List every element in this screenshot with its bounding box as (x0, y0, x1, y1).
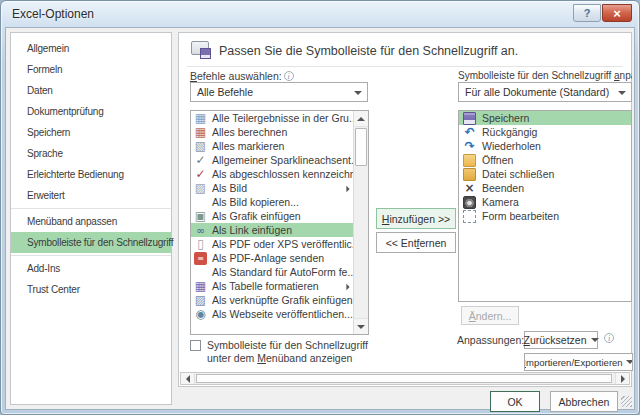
add-button[interactable]: Hinzufügen >> (376, 208, 456, 229)
close-icon: × (613, 7, 621, 20)
info-icon[interactable]: i (284, 71, 294, 81)
list-item[interactable]: Alle Teilergebnisse in der Gru... (191, 111, 353, 125)
select-all-icon (194, 140, 207, 153)
qat-scope-dropdown[interactable]: Für alle Dokumente (Standard) (458, 82, 632, 102)
modify-button[interactable]: Ändern... (461, 306, 519, 325)
show-qat-below-ribbon-checkbox[interactable] (190, 340, 201, 351)
import-export-dropdown-button[interactable]: Importieren/Exportieren (524, 353, 633, 371)
title-bar[interactable]: Excel-Optionen ? × (1, 1, 639, 27)
excel-options-dialog: Excel-Optionen ? × Allgemein Formeln Dat… (0, 0, 640, 415)
insert-as-link-icon (194, 224, 207, 237)
sidebar-item-menueband-anpassen[interactable]: Menüband anpassen (11, 211, 171, 232)
chevron-down-icon (591, 338, 599, 342)
list-item[interactable]: Als abgeschlossen kennzeichn... (191, 167, 353, 181)
linked-picture-icon (194, 294, 207, 307)
camera-icon (463, 196, 476, 209)
qat-item[interactable]: Beenden (459, 181, 631, 195)
qat-item[interactable]: Datei schließen (459, 167, 631, 181)
no-icon (194, 266, 207, 279)
qat-item[interactable]: Form bearbeiten (459, 209, 631, 223)
sidebar-item-sprache[interactable]: Sprache (11, 143, 171, 164)
options-sidebar: Allgemein Formeln Daten Dokumentprüfung … (10, 32, 172, 405)
qat-item[interactable]: Rückgängig (459, 125, 631, 139)
scroll-down-button[interactable] (354, 318, 368, 334)
scroll-left-button[interactable] (181, 373, 195, 384)
sidebar-item-erweitert[interactable]: Erweitert (11, 185, 171, 206)
scrollbar-thumb[interactable] (355, 128, 367, 166)
redo-icon (463, 140, 476, 153)
sidebar-item-speichern[interactable]: Speichern (11, 122, 171, 143)
ok-button[interactable]: OK (490, 391, 540, 412)
checkmark-icon (194, 154, 207, 167)
submenu-arrow-icon (346, 284, 349, 290)
list-item-selected[interactable]: Als Link einfügen (191, 223, 353, 237)
list-item[interactable]: Als Standard für AutoForm fe... (191, 265, 353, 279)
close-file-icon (463, 168, 476, 181)
checkbox-label-line2[interactable]: unter dem Menüband anzeigen (207, 352, 352, 364)
commands-category-dropdown[interactable]: Alle Befehle (190, 82, 368, 102)
list-item[interactable]: Als PDF oder XPS veröffentlic... (191, 237, 353, 251)
list-item[interactable]: Als Bild kopieren... (191, 195, 353, 209)
submenu-arrow-icon (346, 186, 349, 192)
window-title: Excel-Optionen (12, 7, 94, 21)
qat-scope-value: Für alle Dokumente (Standard) (465, 86, 609, 98)
page-horizontal-scrollbar[interactable] (180, 372, 630, 385)
list-item[interactable]: Als Tabelle formatieren (191, 279, 353, 293)
chevron-down-icon (626, 360, 633, 364)
qat-item[interactable]: Kamera (459, 195, 631, 209)
remove-button[interactable]: << Entfernen (376, 232, 456, 253)
scroll-up-button[interactable] (354, 111, 368, 127)
arrow-left-icon (186, 375, 190, 383)
edit-shape-icon (463, 210, 476, 223)
sidebar-item-dokumentpruefung[interactable]: Dokumentprüfung (11, 101, 171, 122)
no-icon (194, 196, 207, 209)
publish-pdf-xps-icon (194, 238, 207, 251)
undo-icon (463, 126, 476, 139)
save-icon (463, 112, 476, 125)
publish-webpage-icon (194, 308, 207, 321)
sidebar-item-allgemein[interactable]: Allgemein (11, 38, 171, 59)
help-icon: ? (584, 7, 591, 19)
list-item[interactable]: Als Grafik einfügen (191, 209, 353, 223)
list-item[interactable]: Allgemeiner Sparklineachsent... (191, 153, 353, 167)
scrollbar-thumb[interactable] (196, 374, 612, 383)
list-item[interactable]: Als PDF-Anlage senden (191, 251, 353, 265)
cancel-button[interactable]: Abbrechen (550, 391, 618, 412)
arrow-up-icon (357, 117, 365, 121)
close-button[interactable]: × (602, 4, 632, 22)
info-icon[interactable]: i (604, 333, 614, 343)
list-item[interactable]: Als Webseite veröffentlichen... (191, 307, 353, 321)
picture-icon (194, 182, 207, 195)
subtotals-icon (194, 112, 207, 125)
page-title: Passen Sie die Symbolleiste für den Schn… (219, 44, 518, 58)
qat-item[interactable]: Wiederholen (459, 139, 631, 153)
choose-commands-label: Befehle auswählen:i (190, 70, 294, 82)
commands-list-scrollbar[interactable] (353, 111, 368, 334)
sidebar-item-formeln[interactable]: Formeln (11, 59, 171, 80)
dialog-body: Allgemein Formeln Daten Dokumentprüfung … (5, 27, 635, 410)
open-folder-icon (463, 154, 476, 167)
list-item[interactable]: Alles berechnen (191, 125, 353, 139)
list-item[interactable]: Als verknüpfte Grafik einfügen (191, 293, 353, 307)
format-as-table-icon (194, 280, 207, 293)
mark-complete-icon (194, 168, 207, 181)
sidebar-item-add-ins[interactable]: Add-Ins (11, 258, 171, 279)
resize-grip[interactable] (621, 396, 632, 407)
calculate-all-icon (194, 126, 207, 139)
sidebar-item-erleichterte-bedienung[interactable]: Erleichterte Bedienung (11, 164, 171, 185)
sidebar-separator (11, 208, 171, 209)
reset-dropdown-button[interactable]: Zurücksetzen (524, 331, 598, 349)
qat-item[interactable]: Öffnen (459, 153, 631, 167)
sidebar-item-symbolleiste-schnellzugriff[interactable]: Symbolleiste für den Schnellzugriff (11, 232, 171, 253)
sidebar-item-trust-center[interactable]: Trust Center (11, 279, 171, 300)
list-item[interactable]: Als Bild (191, 181, 353, 195)
sidebar-item-daten[interactable]: Daten (11, 80, 171, 101)
list-item[interactable]: Alles markieren (191, 139, 353, 153)
scroll-right-button[interactable] (615, 373, 629, 384)
checkbox-label-line1[interactable]: Symbolleiste für den Schnellzugriff (207, 339, 368, 351)
qat-item-selected[interactable]: Speichern (459, 111, 631, 125)
qat-options-page: Passen Sie die Symbolleiste für den Schn… (178, 32, 632, 387)
arrow-right-icon (621, 375, 625, 383)
help-button[interactable]: ? (573, 4, 601, 22)
paste-picture-icon (194, 210, 207, 223)
